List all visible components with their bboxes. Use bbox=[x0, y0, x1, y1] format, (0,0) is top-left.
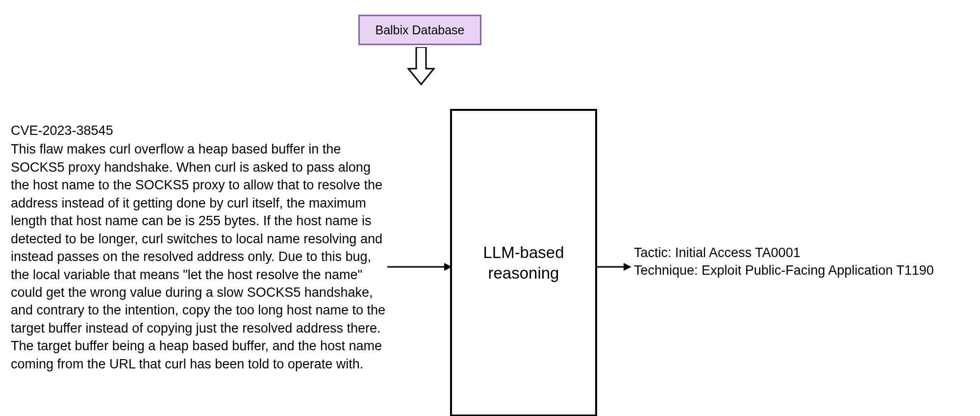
output-technique: Technique: Exploit Public-Facing Applica… bbox=[634, 261, 934, 279]
reasoning-box: LLM-based reasoning bbox=[450, 109, 597, 416]
cve-id: CVE-2023-38545 bbox=[11, 122, 387, 139]
output-tactic: Tactic: Initial Access TA0001 bbox=[634, 244, 934, 261]
cve-description: This flaw makes curl overflow a heap bas… bbox=[11, 142, 385, 371]
arrow-right-in-icon bbox=[387, 261, 452, 263]
database-label: Balbix Database bbox=[375, 23, 464, 37]
database-box: Balbix Database bbox=[358, 15, 481, 45]
arrow-right-out-icon bbox=[597, 261, 631, 263]
input-text-block: CVE-2023-38545 This flaw makes curl over… bbox=[11, 122, 387, 373]
down-arrow-icon bbox=[406, 47, 436, 85]
svg-marker-3 bbox=[624, 263, 631, 271]
output-text-block: Tactic: Initial Access TA0001 Technique:… bbox=[634, 244, 934, 280]
reasoning-label: LLM-based reasoning bbox=[457, 242, 590, 283]
